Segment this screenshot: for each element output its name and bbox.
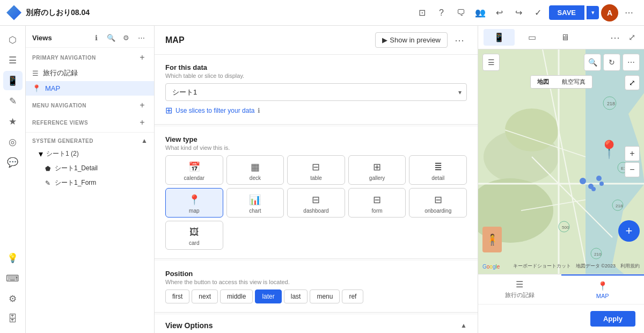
view-type-card[interactable]: 🖼 card: [165, 221, 223, 250]
for-this-data-sub: Which table or slice to display.: [165, 73, 467, 79]
view-type-detail[interactable]: ≣ detail: [409, 155, 467, 185]
form-type-label: form: [372, 208, 383, 214]
view-type-map[interactable]: 📍 map: [165, 188, 223, 218]
main-layout: ⬡ ☰ 📱 ✎ ★ ◎ 💬 💡 ⌨ ⚙ 🗄 Views ℹ 🔍 ⚙ ⋯ PRIM…: [0, 26, 644, 333]
rail-lightbulb-btn[interactable]: 💡: [3, 248, 23, 267]
icon-rail: ⬡ ☰ 📱 ✎ ★ ◎ 💬 💡 ⌨ ⚙ 🗄: [0, 26, 26, 333]
right-panel-header: 📱 ▭ 🖥 ⋯ ⤢: [478, 26, 644, 49]
data-select[interactable]: シート1: [165, 83, 467, 101]
add-menu-nav-btn[interactable]: +: [137, 100, 148, 111]
sidebar-search-btn[interactable]: 🔍: [105, 31, 118, 44]
sidebar-item-records[interactable]: ☰ 旅行の記録: [26, 65, 154, 81]
show-preview-btn[interactable]: ▶ Show in preview: [375, 32, 448, 48]
more-icon-btn[interactable]: ⋯: [620, 4, 638, 21]
avatar-button[interactable]: A: [601, 4, 618, 21]
map-toolbar-right: 🔍 ↻ ⋯: [584, 54, 640, 71]
view-type-chart[interactable]: 📊 chart: [226, 188, 284, 218]
map-type-satellite-btn[interactable]: 航空写真: [555, 76, 592, 88]
calendar-label: calendar: [184, 175, 204, 181]
rail-database-btn[interactable]: 🗄: [3, 309, 23, 329]
sub-group-sheet1[interactable]: ▾ シート1 (2): [32, 147, 154, 161]
check-icon-btn[interactable]: ✓: [530, 4, 547, 21]
view-type-table[interactable]: ⊟ table: [287, 155, 345, 185]
sidebar-sub-item-detail[interactable]: ⬟ シート1_Detail: [32, 161, 154, 176]
rail-edit-btn[interactable]: ✎: [3, 91, 23, 111]
svg-point-21: [596, 176, 602, 181]
data-select-wrapper: シート1 ▾: [165, 83, 467, 101]
comments-icon-btn[interactable]: 🗨: [452, 4, 470, 21]
view-options-header[interactable]: View Options ▲: [155, 315, 478, 333]
sidebar-more-btn[interactable]: ⋯: [135, 31, 148, 44]
device-desktop-btn[interactable]: 🖥: [550, 30, 581, 46]
redo-icon-btn[interactable]: ↪: [510, 4, 528, 21]
rail-list-btn[interactable]: ☰: [3, 50, 23, 70]
save-dropdown-btn[interactable]: ▾: [587, 6, 599, 19]
view-type-dashboard[interactable]: ⊟ dashboard: [287, 188, 345, 218]
view-type-calendar[interactable]: 📅 calendar: [165, 155, 223, 185]
map-refresh-btn[interactable]: ↻: [603, 54, 620, 71]
pos-next-btn[interactable]: next: [192, 289, 218, 303]
rail-settings-btn[interactable]: ◎: [3, 132, 23, 151]
map-menu-btn[interactable]: ☰: [482, 54, 500, 71]
pos-last-btn[interactable]: last: [284, 289, 308, 303]
map-add-btn[interactable]: +: [618, 220, 640, 242]
pos-menu-btn[interactable]: menu: [310, 289, 340, 303]
footer-tab-map[interactable]: 📍 MAP: [561, 274, 645, 304]
use-slices-link[interactable]: Use slices to filter your data: [175, 107, 254, 114]
rail-gear-btn[interactable]: ⚙: [3, 289, 23, 308]
map-zoom-controls: + −: [625, 146, 640, 177]
add-primary-nav-btn[interactable]: +: [137, 52, 148, 63]
undo-icon-btn[interactable]: ↩: [491, 4, 508, 21]
device-phone-btn[interactable]: 📱: [484, 29, 515, 46]
rail-code-btn[interactable]: ⌨: [3, 269, 23, 288]
pos-first-btn[interactable]: first: [165, 289, 189, 303]
detail-label: detail: [431, 175, 444, 181]
system-generated-header: SYSTEM GENERATED ▲: [26, 132, 154, 147]
sidebar-item-map-label: MAP: [45, 84, 148, 92]
device-tablet-btn[interactable]: ▭: [517, 29, 548, 46]
pos-ref-btn[interactable]: ref: [342, 289, 363, 303]
view-type-onboarding[interactable]: ⊟ onboarding: [409, 188, 467, 218]
sidebar-header: Views ℹ 🔍 ⚙ ⋯: [26, 26, 154, 48]
show-preview-icon: ▶: [382, 36, 387, 44]
sidebar-info-btn[interactable]: ℹ: [90, 31, 103, 44]
map-copyright: キーボードショートカット 地図データ ©2023 利用規約: [513, 263, 640, 270]
center-panel: MAP ▶ Show in preview ⋯ For this data Wh…: [155, 26, 478, 333]
ai-icon-btn[interactable]: ⊡: [414, 4, 431, 21]
panel-more-btn[interactable]: ⋯: [452, 33, 467, 48]
zoom-in-btn[interactable]: +: [625, 146, 640, 161]
map-nav-icon: 📍: [32, 84, 41, 92]
right-panel-more-btn[interactable]: ⋯: [607, 30, 623, 46]
street-view-icon[interactable]: 🧍: [482, 227, 502, 252]
system-collapse-btn[interactable]: ▲: [141, 137, 148, 144]
pos-later-btn[interactable]: later: [255, 289, 281, 303]
map-more-btn[interactable]: ⋯: [623, 54, 640, 71]
footer-tab-records[interactable]: ☰ 旅行の記録: [478, 274, 561, 304]
rail-mobile-btn[interactable]: 📱: [3, 71, 23, 90]
map-search-btn[interactable]: 🔍: [584, 54, 601, 71]
save-button[interactable]: SAVE: [549, 5, 584, 20]
rail-chat-btn[interactable]: 💬: [3, 153, 23, 172]
apply-button[interactable]: Apply: [590, 311, 635, 327]
map-expand-btn[interactable]: ⤢: [625, 75, 640, 90]
sidebar-sub-item-form[interactable]: ✎ シート1_Form: [32, 176, 154, 190]
view-type-form[interactable]: ⊟ form: [348, 188, 406, 218]
expand-btn[interactable]: ⤢: [625, 30, 639, 45]
zoom-out-btn[interactable]: −: [625, 162, 640, 177]
add-reference-views-btn[interactable]: +: [137, 117, 148, 128]
view-type-deck[interactable]: ▦ deck: [226, 155, 284, 185]
team-icon-btn[interactable]: 👥: [472, 4, 489, 21]
help-icon-btn[interactable]: ?: [433, 4, 450, 21]
position-btns: first next middle later last menu ref: [165, 289, 467, 303]
menu-nav-label: MENU NAVIGATION: [32, 103, 135, 108]
view-type-gallery[interactable]: ⊞ gallery: [348, 155, 406, 185]
sidebar-item-map[interactable]: 📍 MAP: [26, 81, 154, 96]
map-toolbar-left: ☰: [482, 54, 500, 71]
sidebar-settings-btn[interactable]: ⚙: [120, 31, 133, 44]
rail-home-btn[interactable]: ⬡: [3, 30, 23, 49]
menu-nav-header: MENU NAVIGATION +: [26, 96, 154, 113]
apply-btn-row: Apply: [478, 304, 644, 333]
pos-middle-btn[interactable]: middle: [220, 289, 253, 303]
rail-star-btn[interactable]: ★: [3, 112, 23, 131]
map-type-standard-btn[interactable]: 地図: [531, 76, 555, 88]
